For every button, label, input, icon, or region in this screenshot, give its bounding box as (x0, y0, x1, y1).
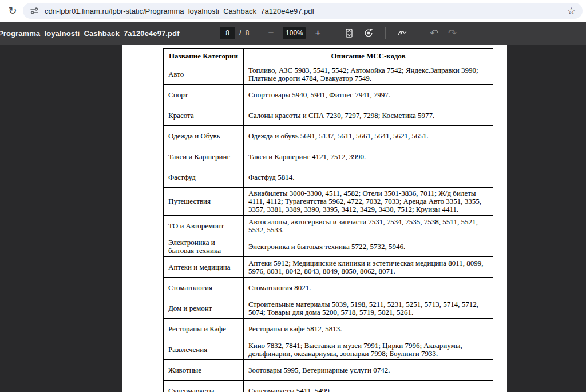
table-row: Путешествия Авиабилеты 3000-3300, 4511, … (164, 188, 493, 216)
zoom-in-button[interactable]: + (310, 26, 325, 41)
page-divider: / (239, 29, 241, 37)
table-row: Развлечения Кино 7832, 7841; Выставки и … (164, 339, 493, 360)
table-row: Стоматология Стоматология 8021. (164, 278, 493, 298)
pdf-filename: Programma_loyalnosti_Cashback_7a120e4e97… (0, 29, 180, 38)
table-header-row: Название Категории Описание МСС-кодов (164, 49, 493, 64)
table-row: Одежда и Обувь Одежда и обувь 5691, 5137… (164, 126, 493, 146)
table-row: Такси и Каршеринг Такси и Каршеринг 4121… (164, 146, 493, 167)
fit-to-page-icon (344, 28, 354, 38)
category-cell: Супермаркеты (164, 381, 244, 392)
fit-to-page-button[interactable] (342, 26, 357, 41)
pdf-viewer-area[interactable]: Название Категории Описание МСС-кодов Ав… (0, 45, 586, 392)
annotate-button[interactable] (395, 26, 410, 41)
description-cell: Зоотовары 5995, Ветеринарные услуги 0742… (244, 360, 493, 381)
mcc-table-body: Авто Топливо, АЗС 5983, 5541, 5542; Авто… (164, 64, 493, 392)
toolbar-separator (385, 27, 386, 39)
table-row: ТО и Авторемонт Автосалоны, автосервисы … (164, 216, 493, 236)
category-cell: Одежда и Обувь (164, 126, 244, 146)
category-cell: Животные (164, 360, 244, 381)
bookmark-star-icon[interactable]: ☆ (567, 6, 576, 16)
page-total: 8 (245, 29, 249, 37)
description-cell: Супермаркеты 5411, 5499. (244, 381, 493, 392)
table-row: Рестораны и Кафе Рестораны и кафе 5812, … (164, 319, 493, 339)
description-cell: Электроника и бытовая техника 5722, 5732… (244, 236, 493, 257)
category-cell: Аптеки и медицина (164, 257, 244, 278)
zoom-out-button[interactable]: − (263, 26, 278, 41)
category-cell: Авто (164, 64, 244, 85)
description-cell: Такси и Каршеринг 4121, 7512, 3990. (244, 146, 493, 167)
page-number-input[interactable] (220, 27, 235, 39)
category-cell: Спорт (164, 85, 244, 105)
category-cell: Рестораны и Кафе (164, 319, 244, 339)
undo-icon: ↶ (430, 27, 438, 39)
category-cell: ТО и Авторемонт (164, 216, 244, 236)
description-cell: Автосалоны, автосервисы и запчасти 7531,… (244, 216, 493, 236)
zoom-level[interactable]: 100% (283, 27, 306, 39)
description-cell: Рестораны и кафе 5812, 5813. (244, 319, 493, 339)
address-bar[interactable]: cdn-lpbr01.finam.ru/lpbr-static/Programm… (23, 3, 583, 19)
reload-icon: ↻ (8, 5, 17, 17)
toolbar-separator (419, 27, 419, 39)
category-cell: Развлечения (164, 339, 244, 360)
header-category: Название Категории (164, 49, 244, 64)
redo-icon: ↷ (448, 27, 457, 39)
description-cell: Салоны красоты и СПА 7230, 7297, 7298; К… (244, 105, 493, 126)
table-row: Дом и ремонт Строительные материалы 5039… (164, 298, 493, 319)
category-cell: Такси и Каршеринг (164, 146, 244, 167)
table-row: Красота Салоны красоты и СПА 7230, 7297,… (164, 105, 493, 126)
reload-button[interactable]: ↻ (5, 3, 21, 19)
category-cell: Электроника и бытовая техника (164, 236, 244, 257)
description-cell: Кино 7832, 7841; Выставки и музеи 7991; … (244, 339, 493, 360)
category-cell: Стоматология (164, 278, 244, 298)
table-row: Спорт Спорттовары 5940, 5941, Фитнес 794… (164, 85, 493, 105)
rotate-button[interactable] (361, 26, 376, 41)
redo-button[interactable]: ↷ (445, 26, 460, 41)
undo-button[interactable]: ↶ (426, 26, 441, 41)
category-cell: Фастфуд (164, 167, 244, 188)
pdf-page: Название Категории Описание МСС-кодов Ав… (122, 45, 507, 392)
description-cell: Стоматология 8021. (244, 278, 493, 298)
table-row: Аптеки и медицина Аптеки 5912; Медицинск… (164, 257, 493, 278)
browser-toolbar: ↻ cdn-lpbr01.finam.ru/lpbr-static/Progra… (0, 0, 586, 22)
description-cell: Строительные материалы 5039, 5198, 5211,… (244, 298, 493, 319)
mcc-table: Название Категории Описание МСС-кодов Ав… (163, 48, 493, 392)
description-cell: Спорттовары 5940, 5941, Фитнес 7941, 799… (244, 85, 493, 105)
table-row: Электроника и бытовая техника Электроник… (164, 236, 493, 257)
table-row: Фастфуд Фастфуд 5814. (164, 167, 493, 188)
description-cell: Фастфуд 5814. (244, 167, 493, 188)
url-text[interactable]: cdn-lpbr01.finam.ru/lpbr-static/Programm… (45, 7, 314, 15)
header-mcc-description: Описание МСС-кодов (244, 49, 493, 64)
table-row: Авто Топливо, АЗС 5983, 5541, 5542; Авто… (164, 64, 493, 85)
description-cell: Авиабилеты 3000-3300, 4511, 4582; Отели … (244, 188, 493, 216)
description-cell: Одежда и обувь 5691, 5137, 5611, 5661, 5… (244, 126, 493, 146)
category-cell: Дом и ремонт (164, 298, 244, 319)
toolbar-separator (256, 27, 256, 39)
description-cell: Аптеки 5912; Медицинские клиники и эстет… (244, 257, 493, 278)
rotate-icon (363, 28, 374, 38)
table-row: Супермаркеты Супермаркеты 5411, 5499. (164, 381, 493, 392)
pdf-controls: / 8 − 100% + (220, 22, 460, 45)
pdf-toolbar: Programma_loyalnosti_Cashback_7a120e4e97… (0, 22, 586, 45)
category-cell: Красота (164, 105, 244, 126)
description-cell: Топливо, АЗС 5983, 5541, 5542; Автомойка… (244, 64, 493, 85)
site-info-icon[interactable] (30, 6, 39, 15)
toolbar-separator (332, 27, 332, 39)
pen-squiggle-icon (397, 28, 408, 38)
category-cell: Путешествия (164, 188, 244, 216)
table-row: Животные Зоотовары 5995, Ветеринарные ус… (164, 360, 493, 381)
